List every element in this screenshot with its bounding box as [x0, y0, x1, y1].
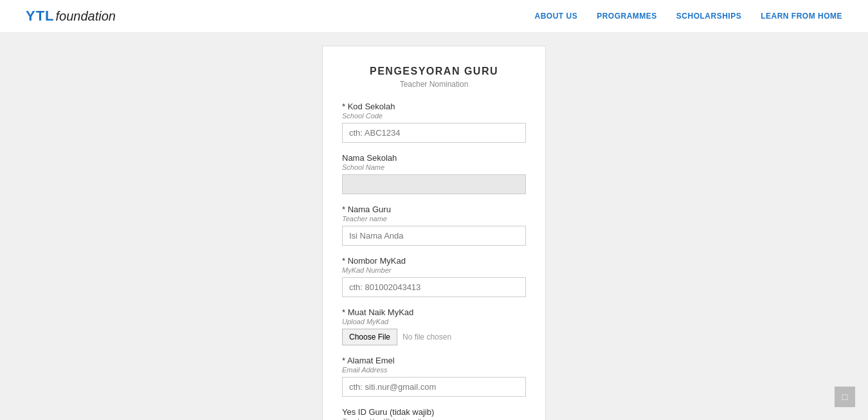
school-name-sublabel: School Name — [342, 163, 526, 171]
file-upload-row: Choose File No file chosen — [342, 329, 526, 345]
form-subtitle: Teacher Nomination — [342, 80, 526, 89]
teacher-name-sublabel: Teacher name — [342, 215, 526, 223]
logo-foundation: foundation — [56, 9, 116, 24]
email-input[interactable] — [342, 377, 526, 397]
mykad-upload-field: * Muat Naik MyKad Upload MyKad Choose Fi… — [342, 307, 526, 345]
mykad-number-sublabel: MyKad Number — [342, 266, 526, 274]
mykad-number-field: * Nombor MyKad MyKad Number — [342, 256, 526, 297]
form-title: PENGESYORAN GURU — [342, 66, 526, 77]
email-sublabel: Email Address — [342, 366, 526, 374]
choose-file-button[interactable]: Choose File — [342, 329, 397, 345]
teacher-name-label: * Nama Guru — [342, 205, 526, 214]
teacher-name-field: * Nama Guru Teacher name — [342, 205, 526, 246]
school-code-sublabel: School Code — [342, 112, 526, 120]
yes-id-label: Yes ID Guru (tidak wajib) — [342, 407, 526, 417]
school-name-field: Nama Sekolah School Name — [342, 153, 526, 194]
email-label: * Alamat Emel — [342, 356, 526, 365]
yes-id-field: Yes ID Guru (tidak wajib) Teacher Yes ID… — [342, 407, 526, 420]
mykad-number-input[interactable] — [342, 277, 526, 297]
school-code-input[interactable] — [342, 123, 526, 143]
school-name-label: Nama Sekolah — [342, 153, 526, 163]
mykad-upload-sublabel: Upload MyKad — [342, 318, 526, 325]
nav-scholarships[interactable]: SCHOLARSHIPS — [676, 12, 741, 21]
nav-about-us[interactable]: ABOUT US — [534, 12, 577, 21]
scroll-icon: □ — [842, 392, 847, 402]
logo-ytl: YTL — [26, 8, 55, 24]
header: YTL foundation ABOUT US PROGRAMMES SCHOL… — [0, 0, 868, 33]
school-code-label: * Kod Sekolah — [342, 102, 526, 111]
school-code-field: * Kod Sekolah School Code — [342, 102, 526, 143]
mykad-upload-label: * Muat Naik MyKad — [342, 307, 526, 317]
main-content: PENGESYORAN GURU Teacher Nomination * Ko… — [0, 33, 868, 420]
mykad-number-label: * Nombor MyKad — [342, 256, 526, 266]
scroll-button[interactable]: □ — [835, 387, 855, 407]
no-file-text: No file chosen — [402, 333, 451, 342]
yes-id-sublabel: Teacher Yes ID (optional) — [342, 417, 526, 420]
email-field: * Alamat Emel Email Address — [342, 356, 526, 397]
nav-learn-from-home[interactable]: LEARN FROM HOME — [761, 12, 842, 21]
logo: YTL foundation — [26, 8, 116, 24]
nav-programmes[interactable]: PROGRAMMES — [597, 12, 657, 21]
navigation: ABOUT US PROGRAMMES SCHOLARSHIPS LEARN F… — [534, 12, 842, 21]
school-name-input[interactable] — [342, 174, 526, 194]
form-card: PENGESYORAN GURU Teacher Nomination * Ko… — [322, 46, 546, 420]
teacher-name-input[interactable] — [342, 226, 526, 246]
